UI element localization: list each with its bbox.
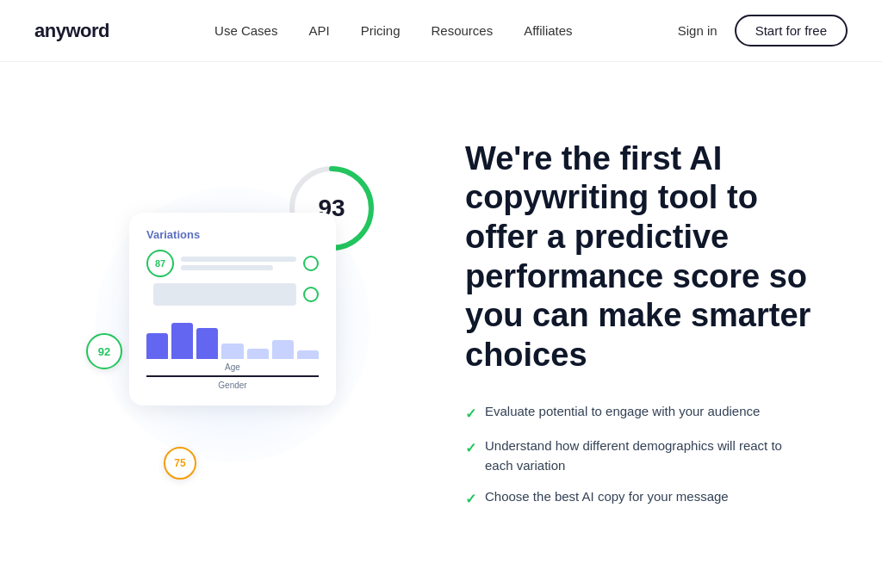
variation-row-1: 87 bbox=[146, 250, 319, 277]
check-icon-1: ✓ bbox=[465, 404, 476, 424]
hero-section: 93 Variations 87 bbox=[0, 62, 882, 587]
header: anyword Use Cases API Pricing Resources … bbox=[0, 0, 882, 62]
nav-use-cases[interactable]: Use Cases bbox=[214, 23, 277, 38]
nav-pricing[interactable]: Pricing bbox=[361, 23, 401, 38]
input-line bbox=[153, 283, 296, 306]
bar-7 bbox=[297, 350, 319, 359]
variation-row-2 bbox=[146, 283, 319, 306]
feature-item-3: ✓ Choose the best AI copy for your messa… bbox=[465, 487, 813, 510]
check-icon-2: ✓ bbox=[465, 438, 476, 459]
text-lines-2 bbox=[153, 283, 296, 306]
hero-content: We're the first AI copywriting tool to o… bbox=[465, 139, 813, 511]
nav-resources[interactable]: Resources bbox=[432, 23, 494, 38]
bar-5 bbox=[247, 349, 269, 359]
nav-affiliates[interactable]: Affiliates bbox=[524, 23, 572, 38]
bar-2 bbox=[171, 323, 193, 359]
hero-heading: We're the first AI copywriting tool to o… bbox=[465, 139, 813, 375]
bar-3 bbox=[196, 328, 218, 359]
chart-y-label: Gender bbox=[218, 381, 246, 390]
hero-illustration: 93 Variations 87 bbox=[69, 144, 396, 505]
chart-x-label: Age bbox=[225, 362, 240, 372]
check-icon-3: ✓ bbox=[465, 489, 476, 510]
start-free-button[interactable]: Start for free bbox=[735, 15, 848, 46]
variations-list: 87 bbox=[146, 250, 319, 306]
feature-text-1: Evaluate potential to engage with your a… bbox=[485, 402, 760, 422]
card-title: Variations bbox=[146, 228, 319, 241]
logo[interactable]: anyword bbox=[34, 20, 109, 42]
feature-item-1: ✓ Evaluate potential to engage with your… bbox=[465, 402, 813, 424]
feature-text-3: Choose the best AI copy for your message bbox=[485, 487, 729, 507]
bar-6 bbox=[272, 340, 294, 359]
header-actions: Sign in Start for free bbox=[678, 15, 848, 46]
bar-1 bbox=[146, 333, 168, 359]
bar-chart bbox=[146, 316, 319, 359]
text-line bbox=[181, 257, 296, 262]
variations-card: Variations 87 bbox=[129, 213, 336, 405]
bar-4 bbox=[221, 344, 243, 359]
feature-list: ✓ Evaluate potential to engage with your… bbox=[465, 402, 813, 510]
sign-in-link[interactable]: Sign in bbox=[678, 23, 717, 38]
text-line bbox=[181, 265, 273, 270]
score-87: 87 bbox=[146, 250, 174, 277]
text-lines-1 bbox=[181, 257, 296, 270]
nav-api[interactable]: API bbox=[308, 23, 329, 38]
check-indicator-2 bbox=[303, 287, 319, 302]
check-indicator bbox=[303, 256, 319, 271]
main-nav: Use Cases API Pricing Resources Affiliat… bbox=[214, 23, 573, 38]
bottom-score-75: 75 bbox=[164, 447, 196, 480]
side-score-92: 92 bbox=[86, 333, 122, 369]
feature-item-2: ✓ Understand how different demographics … bbox=[465, 436, 813, 475]
feature-text-2: Understand how different demographics wi… bbox=[485, 436, 813, 475]
chart-labels: Age bbox=[146, 362, 319, 372]
